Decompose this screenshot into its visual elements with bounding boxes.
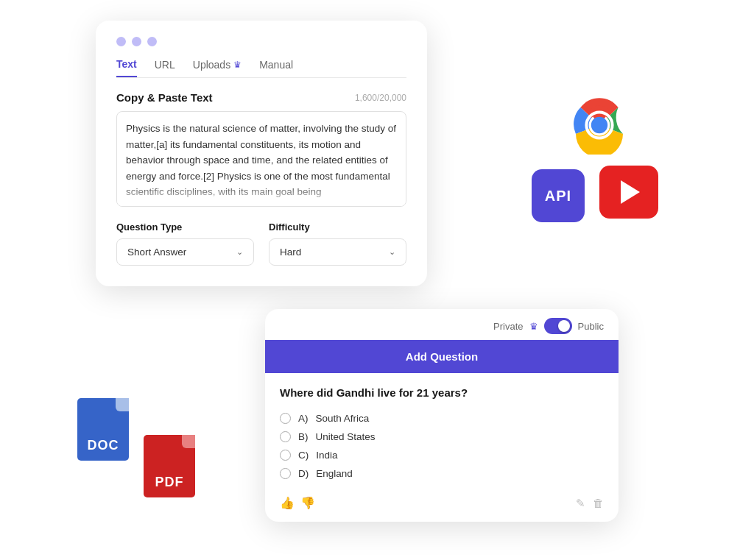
chrome-icon [570,96,629,155]
crown-icon-toggle: ♛ [529,321,538,332]
answer-d-text: England [316,468,353,479]
answer-option-a: A) South Africa [265,409,619,428]
add-question-button[interactable]: Add Question [265,340,619,373]
play-icon [621,180,640,204]
dot-3 [147,37,157,46]
radio-d[interactable] [280,468,291,479]
tab-manual[interactable]: Manual [259,58,293,77]
radio-c[interactable] [280,450,291,461]
svg-point-7 [592,118,607,133]
form-row: Question Type Short Answer ⌄ Difficulty … [116,221,406,266]
answer-d-letter: D) [298,468,309,479]
pdf-label: PDF [155,475,184,490]
question-text: Where did Gandhi live for 21 years? [265,386,619,399]
copy-paste-header: Copy & Paste Text 1,600/20,000 [116,91,406,104]
answer-b-letter: B) [298,431,309,442]
quiz-footer: 👍 👎 ✎ 🗑 [265,487,619,510]
text-area-box[interactable]: Physics is the natural science of matter… [116,111,406,207]
delete-icon[interactable]: 🗑 [593,497,604,510]
answer-option-c: C) India [265,446,619,464]
answer-b-text: United States [316,431,376,442]
question-type-select[interactable]: Short Answer ⌄ [116,238,254,266]
answer-a-letter: A) [298,413,309,424]
edit-icon[interactable]: ✎ [576,497,585,510]
public-private-toggle[interactable] [544,318,572,334]
tab-uploads[interactable]: Uploads ♛ [193,58,242,77]
text-content: Physics is the natural science of matter… [126,123,396,197]
quiz-top-bar: Private ♛ Public [265,309,619,340]
tab-text[interactable]: Text [116,58,137,77]
window-dots [116,37,406,46]
quiz-card: Private ♛ Public Add Question Where did … [265,309,619,522]
difficulty-value: Hard [280,247,301,258]
thumbs-down-icon[interactable]: 👎 [300,496,315,510]
radio-a[interactable] [280,413,291,424]
youtube-icon [599,166,658,219]
difficulty-group: Difficulty Hard ⌄ [269,221,406,266]
answer-option-d: D) England [265,464,619,483]
radio-b[interactable] [280,431,291,442]
chevron-down-icon-2: ⌄ [389,247,395,257]
action-icons: ✎ 🗑 [576,497,604,510]
public-label: Public [578,321,604,332]
feedback-icons: 👍 👎 [280,496,315,510]
question-type-label: Question Type [116,221,254,233]
pdf-icon: PDF [144,435,202,505]
answer-option-b: B) United States [265,428,619,446]
tabs-container: Text URL Uploads ♛ Manual [116,58,406,78]
answer-a-text: South Africa [316,413,370,424]
copy-paste-title: Copy & Paste Text [116,91,213,104]
thumbs-up-icon[interactable]: 👍 [280,496,295,510]
private-label: Private [493,321,523,332]
doc-icon: DOC [77,398,136,468]
tab-url[interactable]: URL [155,58,175,77]
answer-c-text: India [316,450,337,461]
question-type-value: Short Answer [127,247,186,258]
dot-2 [132,37,141,46]
toggle-knob [558,320,570,332]
input-card: Text URL Uploads ♛ Manual Copy & Paste T… [96,21,427,286]
api-icon: API [532,169,585,222]
difficulty-select[interactable]: Hard ⌄ [269,238,406,266]
chevron-down-icon: ⌄ [236,247,243,257]
dot-1 [116,37,126,46]
crown-icon: ♛ [233,60,242,70]
difficulty-label: Difficulty [269,221,406,233]
char-count: 1,600/20,000 [355,93,406,103]
answer-c-letter: C) [298,450,309,461]
question-type-group: Question Type Short Answer ⌄ [116,221,254,266]
doc-label: DOC [88,438,119,453]
